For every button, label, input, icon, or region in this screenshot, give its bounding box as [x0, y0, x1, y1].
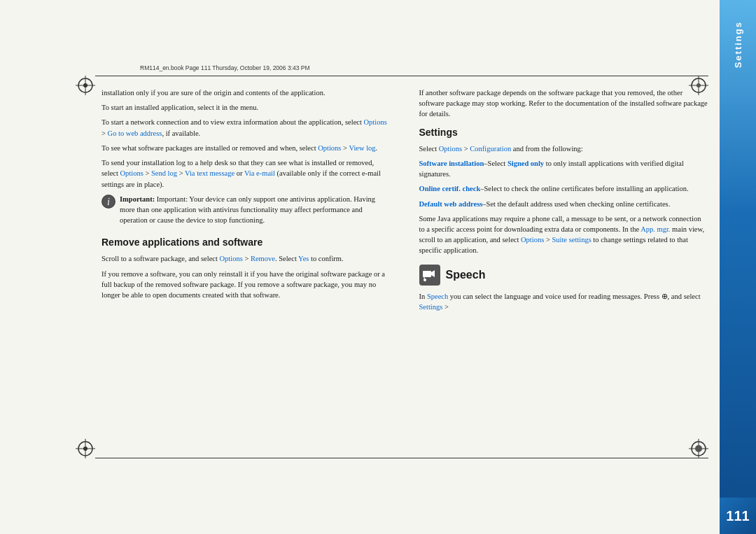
- default-web-label: Default web address: [419, 200, 483, 208]
- options-link-3[interactable]: Options: [120, 169, 144, 177]
- remove-para1: Scroll to a software package, and select…: [102, 253, 391, 264]
- app-mgr-link[interactable]: App. mgr.: [640, 225, 670, 233]
- important-note: i Important: Important: Your device can …: [102, 194, 391, 230]
- remove-para2: If you remove a software, you can only r…: [102, 269, 391, 301]
- right-para1: If another software package depends on t…: [419, 87, 709, 120]
- important-icon: i: [102, 195, 115, 209]
- sidebar-tab: Settings 111: [720, 0, 756, 534]
- header-rule: [95, 76, 708, 76]
- reg-mark-top-left: [76, 76, 95, 95]
- speech-key: ⊕: [662, 293, 668, 300]
- via-email-link[interactable]: Via e-mail: [244, 169, 275, 177]
- remove-heading: Remove applications and software: [102, 237, 391, 248]
- right-column: If another software package depends on t…: [414, 87, 709, 454]
- important-text: Important: Important: Your device can on…: [120, 194, 391, 226]
- go-to-web-link[interactable]: Go to web address: [108, 129, 162, 137]
- configuration-link[interactable]: Configuration: [470, 145, 511, 153]
- default-web-para: Default web address–Set the default addr…: [419, 199, 709, 209]
- speech-link[interactable]: Speech: [427, 293, 448, 300]
- signed-only-link[interactable]: Signed only: [507, 160, 544, 167]
- remove-link[interactable]: Remove: [251, 255, 275, 262]
- sw-install-label: Software installation: [419, 160, 484, 167]
- options-link-5[interactable]: Options: [439, 145, 462, 153]
- yes-link[interactable]: Yes: [298, 255, 309, 262]
- view-log-link[interactable]: View log: [349, 144, 375, 152]
- sw-installation-para: Software installation–Select Signed only…: [419, 158, 709, 179]
- para-start-app: To start an installed application, selec…: [102, 102, 391, 113]
- speech-para: In Speech you can select the language an…: [419, 291, 709, 312]
- para-view-log: To see what software packages are instal…: [102, 143, 391, 153]
- reg-mark-bottom-left: [76, 439, 95, 458]
- para-install-note: installation only if you are sure of the…: [102, 87, 391, 98]
- speech-icon: [419, 265, 440, 286]
- left-column: installation only if you are sure of the…: [102, 87, 397, 454]
- options-link-1[interactable]: Options: [364, 118, 387, 126]
- settings-link[interactable]: Settings: [419, 303, 443, 311]
- online-cert-para: Online certif. check–Select to check the…: [419, 183, 709, 194]
- via-text-link[interactable]: Via text message: [185, 169, 234, 177]
- header-file-info: RM114_en.book Page 111 Thursday, October…: [140, 64, 310, 71]
- options-link-4[interactable]: Options: [220, 255, 243, 262]
- main-content: installation only if you are sure of the…: [102, 87, 708, 454]
- svg-point-3: [83, 83, 88, 87]
- page-number: 111: [720, 498, 756, 534]
- java-para: Some Java applications may require a pho…: [419, 213, 709, 256]
- speech-section-heading: Speech: [419, 265, 709, 286]
- sidebar-label: Settings: [733, 21, 743, 68]
- online-cert-label: Online certif. check: [419, 185, 481, 192]
- options-link-2[interactable]: Options: [318, 144, 341, 152]
- para-send-log: To send your installation log to a help …: [102, 157, 391, 190]
- speech-heading-text: Speech: [446, 269, 486, 281]
- send-log-link[interactable]: Send log: [151, 169, 177, 177]
- svg-point-11: [83, 447, 88, 451]
- settings-heading: Settings: [419, 127, 709, 138]
- suite-settings-link[interactable]: Suite settings: [552, 236, 591, 244]
- footer-rule: [95, 458, 708, 458]
- options-link-6[interactable]: Options: [521, 236, 544, 244]
- para-network-conn: To start a network connection and to vie…: [102, 117, 391, 138]
- svg-text:i: i: [107, 197, 110, 207]
- settings-para1: Select Options > Configuration and from …: [419, 143, 709, 154]
- svg-rect-18: [423, 271, 431, 277]
